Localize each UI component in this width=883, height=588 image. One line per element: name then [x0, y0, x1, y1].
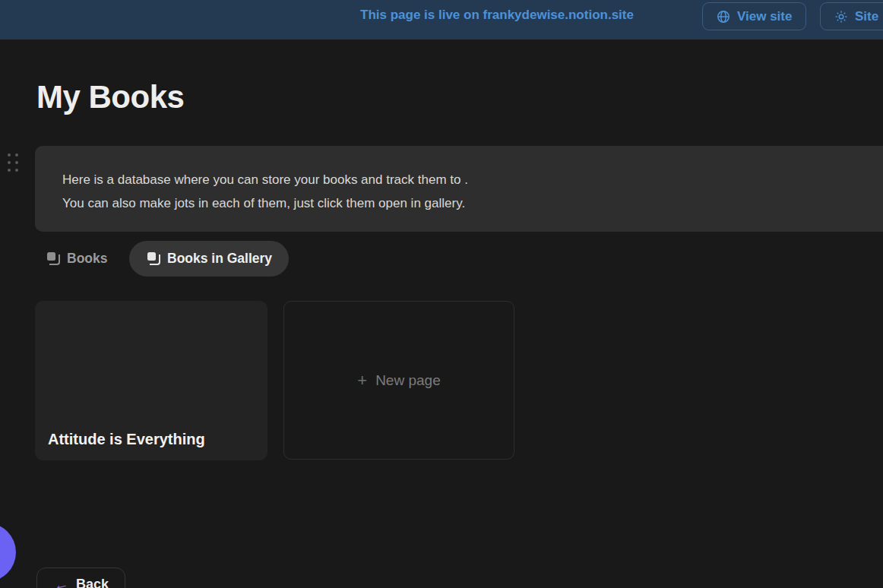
drag-handle-icon[interactable]: [8, 153, 18, 172]
new-page-card[interactable]: + New page: [283, 301, 514, 460]
globe-icon: [717, 10, 730, 24]
new-page-label: New page: [375, 372, 441, 389]
callout-block: Here is a database where you can store y…: [35, 146, 883, 232]
publish-banner: This page is live on frankydewise.notion…: [0, 0, 883, 40]
gear-icon: [834, 10, 848, 24]
back-button[interactable]: ← Back: [36, 567, 125, 588]
tab-books-in-gallery[interactable]: Books in Gallery: [129, 241, 289, 277]
tab-books[interactable]: Books: [47, 241, 107, 277]
view-site-button[interactable]: View site: [702, 2, 806, 30]
floating-bubble-button[interactable]: [0, 523, 16, 582]
gallery-view-icon: [147, 252, 160, 265]
live-status-text: This page is live on frankydewise.notion…: [360, 8, 634, 23]
back-label: Back: [76, 577, 109, 588]
callout-line: You can also make jots in each of them, …: [62, 191, 866, 215]
view-site-label: View site: [737, 9, 792, 24]
card-title: Attitude is Everything: [48, 431, 205, 448]
gallery-view-icon: [47, 252, 60, 265]
page-title: My Books: [36, 79, 184, 115]
back-arrow-icon: ←: [52, 575, 70, 588]
tab-books-in-gallery-label: Books in Gallery: [167, 251, 272, 267]
site-settings-button[interactable]: Site: [820, 2, 883, 30]
plus-icon: +: [357, 372, 367, 389]
gallery-card-attitude-is-everything[interactable]: Attitude is Everything: [35, 301, 267, 460]
site-settings-label: Site: [855, 9, 878, 24]
tab-books-label: Books: [67, 251, 107, 267]
callout-line: Here is a database where you can store y…: [62, 168, 866, 191]
notion-published-page: This page is live on frankydewise.notion…: [0, 0, 883, 588]
